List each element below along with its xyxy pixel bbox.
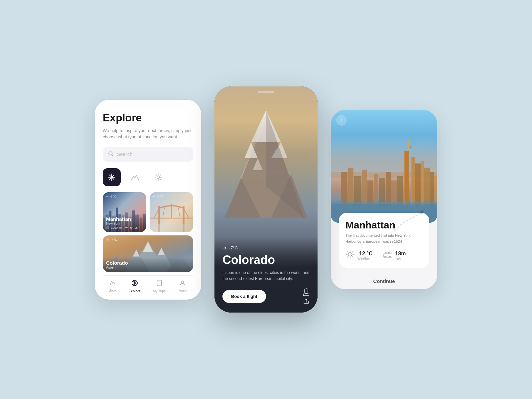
weather-label: Weather — [357, 257, 373, 260]
colorado-description: Lisbon is one of the oldest cities in th… — [222, 270, 310, 282]
category-snow[interactable] — [103, 168, 121, 186]
svg-point-29 — [106, 196, 108, 197]
svg-line-126 — [352, 256, 353, 257]
phone-manhattan-detail: ‹ Manhattan The first documented visit i… — [331, 110, 437, 289]
weather-icon — [345, 250, 355, 261]
search-icon — [108, 151, 113, 158]
taxi-value: 18m — [395, 251, 406, 257]
colorado-weather: -7°C — [222, 245, 310, 250]
card-manhattan-region: New York — [106, 222, 143, 225]
category-icons — [103, 168, 193, 186]
stat-taxi: 18m Taxi — [383, 250, 406, 261]
svg-line-125 — [347, 251, 348, 252]
sf-temp: -5 °C — [157, 195, 164, 198]
card-manhattan-city: Manhattan — [106, 216, 143, 222]
svg-marker-103 — [408, 139, 410, 140]
card-colorado[interactable]: -7 °C Colorado Aspen — [103, 235, 193, 272]
manhattan-duration: 6h 15m — [130, 226, 140, 229]
card-colorado-region: Aspen — [106, 266, 190, 269]
phone-notch — [258, 91, 274, 93]
svg-point-35 — [107, 227, 108, 228]
stat-weather: -12 °C Weather — [345, 250, 373, 261]
svg-point-72 — [181, 281, 184, 283]
search-placeholder: Search — [117, 151, 133, 157]
colorado-temp: -7 °C — [110, 238, 117, 241]
manhattan-detail-content: Manhattan The first documented visit int… — [331, 213, 437, 268]
svg-rect-109 — [374, 174, 378, 206]
svg-rect-113 — [397, 176, 403, 206]
explore-title: Explore — [103, 112, 193, 124]
nav-mytrips[interactable]: My Trips — [153, 280, 166, 293]
nav-explore[interactable]: Explore — [129, 280, 141, 293]
svg-rect-104 — [341, 172, 347, 206]
svg-rect-97 — [415, 163, 421, 206]
taxi-label: Taxi — [395, 257, 406, 260]
svg-rect-102 — [408, 140, 410, 151]
svg-rect-107 — [362, 170, 367, 206]
svg-point-118 — [420, 210, 424, 214]
search-bar[interactable]: Search — [103, 147, 193, 162]
svg-rect-105 — [348, 168, 353, 206]
svg-point-120 — [348, 252, 352, 256]
colorado-temp-badge: -7°C — [229, 245, 238, 250]
share-icon[interactable] — [303, 288, 310, 305]
svg-rect-100 — [430, 172, 434, 206]
category-sun[interactable] — [149, 168, 167, 186]
svg-line-127 — [352, 251, 353, 252]
svg-rect-101 — [434, 176, 437, 206]
svg-point-81 — [224, 247, 226, 249]
svg-line-14 — [160, 175, 161, 175]
svg-rect-99 — [424, 168, 430, 206]
colorado-city-name: Colorado — [222, 253, 310, 267]
svg-rect-116 — [404, 151, 405, 206]
svg-line-128 — [347, 256, 348, 257]
card-manhattan[interactable]: -3 °C Manhattan New York 3200 km 6h 15m — [103, 192, 146, 232]
svg-marker-56 — [133, 249, 140, 256]
svg-point-34 — [106, 226, 109, 229]
svg-line-12 — [156, 175, 156, 175]
category-mountain[interactable] — [126, 168, 144, 186]
svg-line-13 — [160, 179, 161, 180]
taxi-icon — [383, 251, 393, 260]
bottom-nav: Book Explore — [103, 275, 193, 300]
card-sf[interactable]: -5 °C — [150, 192, 193, 232]
svg-line-15 — [156, 179, 156, 180]
svg-rect-86 — [305, 289, 308, 293]
svg-line-1 — [112, 155, 113, 156]
manhattan-distance: 3200 km — [111, 226, 123, 229]
card-colorado-city: Colorado — [106, 260, 190, 266]
svg-point-7 — [157, 176, 160, 179]
svg-point-45 — [153, 196, 155, 197]
explore-subtitle: We help to inspire your next jurney, sim… — [103, 127, 193, 140]
book-flight-button[interactable]: Book a flight — [222, 290, 266, 303]
phone-explore: Explore We help to inspire your next jur… — [95, 100, 201, 300]
manhattan-stats: -12 °C Weather — [345, 250, 423, 261]
svg-rect-117 — [411, 157, 412, 206]
svg-point-58 — [107, 239, 108, 240]
manhattan-temp: -3 °C — [110, 195, 117, 198]
svg-rect-98 — [421, 161, 424, 206]
nav-book[interactable]: Book — [109, 280, 116, 293]
svg-point-119 — [393, 229, 396, 232]
svg-marker-57 — [158, 247, 165, 255]
weather-value: -12 °C — [357, 251, 373, 257]
svg-rect-44 — [150, 224, 193, 232]
svg-rect-106 — [354, 176, 361, 206]
svg-marker-55 — [143, 241, 153, 252]
nav-profile[interactable]: Profile — [178, 280, 187, 293]
continue-button[interactable]: Continue — [331, 273, 437, 289]
phone-colorado-detail: -7°C Colorado Lisbon is one of the oldes… — [214, 86, 318, 313]
svg-rect-111 — [386, 172, 391, 206]
back-button[interactable]: ‹ — [336, 115, 347, 126]
